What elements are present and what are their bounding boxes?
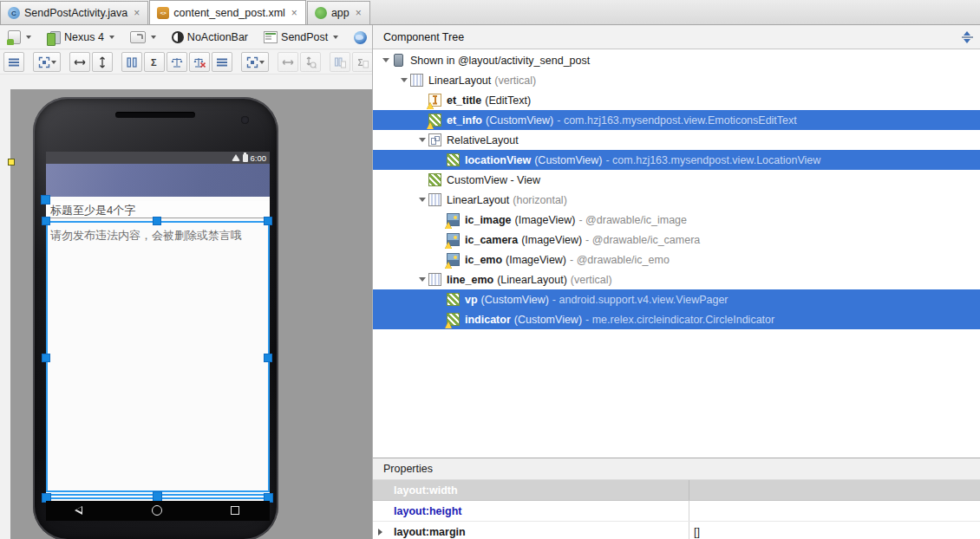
- match-height-icon[interactable]: [92, 52, 113, 72]
- run-config-icon: [315, 7, 327, 19]
- android-studio-layout-editor: CSendPostActivity.java×<>content_send_po…: [0, 0, 980, 539]
- zoom-fit-icon[interactable]: [33, 52, 61, 72]
- property-value[interactable]: [689, 480, 980, 500]
- tree-row-vp[interactable]: vp(CustomView)- android.support.v4.view.…: [373, 289, 980, 309]
- collapse-all-icon[interactable]: [962, 31, 973, 43]
- node-name: LinearLayout: [428, 75, 491, 87]
- chevron-down-icon: [109, 36, 114, 39]
- tree-row-ic_camera[interactable]: ic_camera(ImageView)- @drawable/ic_camer…: [373, 230, 980, 250]
- tab-app[interactable]: app×: [307, 1, 370, 24]
- status-time: 6:00: [251, 153, 267, 163]
- sum-weights-icon[interactable]: Σ: [144, 52, 165, 72]
- layout-actions-toolbar: ΣΣ: [0, 50, 372, 75]
- title-edittext[interactable]: 标题至少是4个字: [46, 201, 270, 218]
- selection-handle[interactable]: [42, 217, 50, 225]
- selection-handle[interactable]: [264, 354, 272, 362]
- property-value[interactable]: [689, 501, 980, 521]
- expand-arrow-icon[interactable]: [373, 529, 387, 536]
- zoom-mode-icon[interactable]: [241, 52, 269, 72]
- orientation-selector[interactable]: [127, 29, 160, 45]
- distribute-columns-icon[interactable]: [121, 52, 142, 72]
- custom-view-icon: [428, 114, 442, 127]
- back-icon: [75, 506, 82, 515]
- tree-row-locationview[interactable]: locationView(CustomView)- com.hzj163.mys…: [373, 150, 980, 170]
- property-row-layout-margin[interactable]: layout:margin []: [373, 522, 980, 539]
- activity-label: SendPost: [281, 31, 328, 43]
- tree-row-customview-view[interactable]: CustomView - View: [373, 170, 980, 190]
- property-name: layout:margin: [387, 526, 689, 538]
- theme-icon: [172, 31, 184, 43]
- tree-row-ic_image[interactable]: ic_image(ImageView)- @drawable/ic_image: [373, 210, 980, 230]
- property-row-layout-width[interactable]: layout:width: [373, 480, 980, 501]
- node-class: (CustomView): [481, 294, 549, 306]
- component-tree: Shown in @layout/activity_send_postLinea…: [373, 50, 980, 458]
- viewport-render-icon[interactable]: [3, 52, 24, 72]
- design-surface-button[interactable]: [4, 29, 35, 46]
- property-value[interactable]: []: [689, 522, 980, 539]
- linear-view-icon: [428, 193, 442, 207]
- edittext-view-icon: [428, 94, 442, 107]
- node-name: et_info: [447, 114, 482, 127]
- theme-selector[interactable]: NoActionBar: [168, 29, 252, 45]
- xml-file-icon: <>: [157, 7, 169, 19]
- expand-arrow-icon[interactable]: [416, 198, 428, 202]
- node-detail: - com.hzj163.mysendpost.view.LocationVie…: [605, 154, 820, 166]
- selection-handle[interactable]: [41, 195, 50, 205]
- tree-row-line_emo[interactable]: line_emo(LinearLayout)(vertical): [373, 270, 980, 289]
- component-tree-header: Component Tree: [373, 26, 980, 49]
- selection-handle[interactable]: [264, 217, 272, 225]
- distribute-weights-icon[interactable]: [167, 52, 187, 72]
- tree-row-et_title[interactable]: et_title(EditText): [373, 90, 980, 110]
- custom-view-icon: [447, 293, 461, 307]
- selection-handle[interactable]: [42, 354, 50, 362]
- expand-arrow-icon[interactable]: [398, 78, 410, 82]
- properties-title: Properties: [383, 463, 433, 475]
- columns-doc-icon[interactable]: [330, 52, 350, 72]
- property-name: layout:height: [387, 505, 689, 517]
- custom-view-icon: [447, 313, 461, 327]
- node-orientation: (vertical): [571, 274, 612, 286]
- home-icon: [152, 505, 162, 516]
- tree-row-relativelayout[interactable]: RelativeLayout: [373, 130, 980, 150]
- close-icon[interactable]: ×: [134, 7, 140, 19]
- tab-sendpostactivity-java[interactable]: CSendPostActivity.java×: [0, 1, 148, 24]
- close-icon[interactable]: ×: [291, 7, 297, 19]
- close-icon[interactable]: ×: [356, 7, 362, 19]
- tree-row-linearlayout[interactable]: LinearLayout(vertical): [373, 70, 980, 90]
- chevron-down-icon: [51, 61, 56, 64]
- tree-row-shown-in-layout-activity_send_post[interactable]: Shown in @layout/activity_send_post: [373, 50, 980, 70]
- linear-view-icon: [410, 74, 424, 88]
- phone-tablet-icon: [47, 30, 61, 44]
- tree-row-indicator[interactable]: indicator(CustomView)- me.relex.circlein…: [373, 309, 980, 329]
- match-height-zoom-icon[interactable]: [300, 52, 321, 72]
- node-class: (ImageView): [506, 254, 566, 266]
- tree-row-linearlayout[interactable]: LinearLayout(horizontal): [373, 190, 980, 210]
- sigma-doc-icon[interactable]: Σ: [352, 52, 373, 72]
- node-name: ic_camera: [465, 234, 518, 246]
- expand-arrow-icon[interactable]: [380, 58, 392, 62]
- activity-selector[interactable]: SendPost: [260, 29, 342, 45]
- custom-view-icon: [428, 173, 442, 187]
- tab-content-send-post-xml[interactable]: <>content_send_post.xml×: [149, 0, 306, 24]
- image-view-icon: [447, 233, 461, 247]
- status-bar: 6:00: [46, 152, 270, 164]
- node-name: ic_image: [465, 214, 512, 226]
- expand-arrow-icon[interactable]: [416, 277, 428, 282]
- match-width-icon[interactable]: [69, 52, 90, 72]
- match-width-alt-icon[interactable]: [278, 52, 298, 72]
- selection-handle[interactable]: [153, 217, 161, 225]
- warning-marker[interactable]: [8, 159, 15, 166]
- node-class: (ImageView): [521, 234, 582, 246]
- design-canvas[interactable]: 6:00 标题至少是4个字 请勿发布违法内容，会被删除或禁言哦: [0, 75, 372, 539]
- property-row-layout-height[interactable]: layout:height: [373, 501, 980, 522]
- device-screen[interactable]: 6:00 标题至少是4个字 请勿发布违法内容，会被删除或禁言哦: [46, 152, 270, 521]
- expand-arrow-icon[interactable]: [416, 138, 428, 142]
- clear-weights-icon[interactable]: [189, 52, 210, 72]
- app-bar: [46, 164, 270, 197]
- tree-row-ic_emo[interactable]: ic_emo(ImageView)- @drawable/ic_emo: [373, 250, 980, 270]
- tree-row-et_info[interactable]: et_info(CustomView)- com.hzj163.mysendpo…: [373, 110, 980, 130]
- device-selector[interactable]: Nexus 4: [43, 29, 118, 46]
- node-name: et_title: [447, 94, 481, 107]
- node-class: (LinearLayout): [497, 274, 567, 286]
- align-baseline-icon[interactable]: [212, 52, 232, 72]
